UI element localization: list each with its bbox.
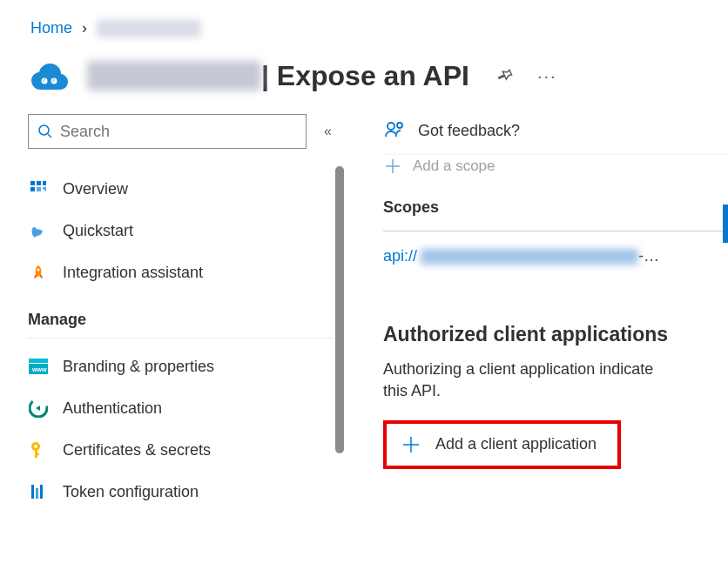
svg-point-9 xyxy=(37,269,40,272)
svg-line-3 xyxy=(48,134,51,137)
more-icon[interactable]: ··· xyxy=(537,66,557,86)
feedback-label: Got feedback? xyxy=(418,122,520,140)
overview-icon xyxy=(28,178,49,199)
main-content: Got feedback? Add a scope Scopes api:// … xyxy=(340,114,728,562)
svg-rect-10 xyxy=(29,359,48,363)
sidebar-item-label: Token configuration xyxy=(63,483,199,501)
plus-icon xyxy=(383,157,402,176)
pin-icon[interactable] xyxy=(495,66,513,86)
sidebar-item-label: Authentication xyxy=(63,399,162,418)
sidebar-item-label: Certificates & secrets xyxy=(63,441,211,459)
plus-icon xyxy=(401,434,421,455)
sidebar-item-label: Overview xyxy=(63,180,128,198)
key-icon xyxy=(28,439,49,460)
svg-text:www: www xyxy=(31,366,47,372)
sidebar-item-label: Integration assistant xyxy=(63,264,203,282)
sidebar-item-label: Quickstart xyxy=(63,222,133,240)
svg-rect-5 xyxy=(37,181,41,185)
svg-point-22 xyxy=(397,123,402,128)
svg-rect-20 xyxy=(40,485,43,499)
svg-rect-18 xyxy=(31,485,34,499)
feedback-link[interactable]: Got feedback? xyxy=(383,114,728,154)
search-box[interactable] xyxy=(28,114,307,149)
page-header: | Expose an API ··· xyxy=(0,46,728,114)
svg-point-2 xyxy=(39,125,49,135)
sidebar-item-quickstart[interactable]: Quickstart xyxy=(28,210,340,251)
selection-indicator xyxy=(723,205,728,243)
feedback-icon xyxy=(383,119,406,142)
add-client-label: Add a client application xyxy=(435,435,597,453)
collapse-sidebar-icon[interactable]: « xyxy=(324,124,332,139)
sidebar-section-manage: Manage xyxy=(28,293,333,339)
chevron-right-icon: › xyxy=(82,19,87,37)
sidebar-item-label: Branding & properties xyxy=(63,358,214,376)
sidebar-item-overview[interactable]: Overview xyxy=(28,168,340,210)
svg-rect-6 xyxy=(43,181,46,185)
token-icon xyxy=(28,481,49,502)
search-icon xyxy=(37,124,53,139)
scope-uri-prefix: api:// xyxy=(383,247,417,265)
add-client-application-button[interactable]: Add a client application xyxy=(383,420,621,469)
breadcrumb-app-name-redacted[interactable] xyxy=(97,20,201,37)
scopes-header: Scopes xyxy=(383,181,728,231)
branding-icon: www xyxy=(28,356,49,377)
sidebar-item-certificates[interactable]: Certificates & secrets xyxy=(28,429,340,471)
add-scope-button[interactable]: Add a scope xyxy=(383,154,728,181)
breadcrumb-home-link[interactable]: Home xyxy=(30,19,72,37)
page-title: | Expose an API xyxy=(261,60,469,92)
scope-uri-redacted xyxy=(421,249,638,265)
svg-point-15 xyxy=(34,445,37,448)
search-input[interactable] xyxy=(60,123,297,141)
svg-rect-7 xyxy=(30,187,35,191)
svg-rect-8 xyxy=(37,187,41,191)
scope-uri-suffix: -… xyxy=(638,247,659,265)
sidebar-item-integration-assistant[interactable]: Integration assistant xyxy=(28,251,340,293)
sidebar-item-authentication[interactable]: Authentication xyxy=(28,387,340,429)
authorized-apps-title: Authorized client applications xyxy=(383,281,728,359)
scope-row[interactable]: api:// -… xyxy=(383,231,728,281)
rocket-icon xyxy=(28,262,49,283)
breadcrumb: Home › xyxy=(0,0,728,46)
authentication-icon xyxy=(28,398,49,419)
authorized-apps-description: Authorizing a client application indicat… xyxy=(383,359,728,419)
header-app-name-redacted xyxy=(87,61,261,91)
svg-rect-19 xyxy=(36,488,38,499)
svg-rect-4 xyxy=(30,181,35,185)
svg-rect-17 xyxy=(35,453,39,455)
svg-point-21 xyxy=(388,123,394,130)
quickstart-icon xyxy=(28,220,49,241)
sidebar: « Overview Qui xyxy=(0,114,340,562)
app-cloud-icon xyxy=(28,55,70,97)
sidebar-item-token-configuration[interactable]: Token configuration xyxy=(28,471,340,513)
sidebar-item-branding[interactable]: www Branding & properties xyxy=(28,345,340,387)
add-scope-label: Add a scope xyxy=(413,158,495,175)
